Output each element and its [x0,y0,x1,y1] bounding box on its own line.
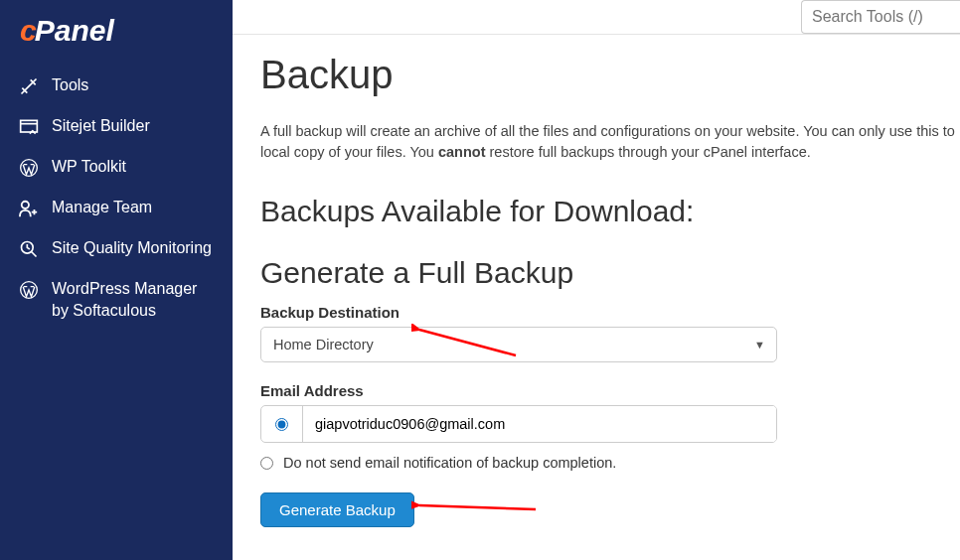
sidebar-nav: Tools Sitejet Builder WP Toolkit Manage … [0,66,233,330]
wordpress-icon [18,279,40,301]
logo: cPanel [0,0,233,66]
generate-heading: Generate a Full Backup [260,256,960,290]
sidebar-item-label: WP Toolkit [52,156,126,178]
sidebar-item-label: Manage Team [52,197,152,218]
desc-bold: cannot [438,144,486,160]
email-radio[interactable] [275,418,288,431]
content: Backup A full backup will create an arch… [233,35,960,527]
team-icon [18,198,40,219]
wordpress-icon [18,157,40,179]
sidebar-item-label: Site Quality Monitoring [52,237,212,259]
svg-rect-0 [21,120,38,132]
tools-icon [18,75,40,97]
sidebar-item-label: Sitejet Builder [52,115,150,137]
monitor-icon [18,238,40,260]
sidebar-item-wptoolkit[interactable]: WP Toolkit [0,147,233,188]
page-title: Backup [260,53,960,97]
sidebar: cPanel Tools Sitejet Builder WP Toolkit … [0,0,233,560]
sidebar-item-label: WordPress Manager by Softaculous [52,278,215,321]
search-bar [801,0,960,34]
available-heading: Backups Available for Download: [260,195,960,228]
dest-select[interactable]: Home Directory [260,327,777,362]
sidebar-item-sitequality[interactable]: Site Quality Monitoring [0,228,233,269]
generate-backup-button[interactable]: Generate Backup [260,492,414,527]
sidebar-item-tools[interactable]: Tools [0,66,233,106]
sidebar-item-wpmanager[interactable]: WordPress Manager by Softaculous [0,269,233,330]
sidebar-item-manageteam[interactable]: Manage Team [0,188,233,228]
email-radio-cell [261,406,303,442]
page-description: A full backup will create an archive of … [260,121,960,163]
sitejet-icon [18,116,40,138]
no-email-row[interactable]: Do not send email notification of backup… [260,455,960,471]
email-label: Email Address [260,382,960,399]
no-email-radio[interactable] [260,457,273,470]
svg-point-2 [22,202,29,209]
no-email-label: Do not send email notification of backup… [283,455,616,471]
email-row [260,405,777,443]
dest-label: Backup Destination [260,304,960,321]
sidebar-item-sitejet[interactable]: Sitejet Builder [0,106,233,147]
email-input[interactable] [303,406,776,442]
main: Backup A full backup will create an arch… [233,0,960,560]
dest-select-wrap: Home Directory ▼ [260,327,777,362]
desc-suffix: restore full backups through your cPanel… [485,144,810,160]
sidebar-item-label: Tools [52,74,88,96]
search-input[interactable] [801,0,960,34]
